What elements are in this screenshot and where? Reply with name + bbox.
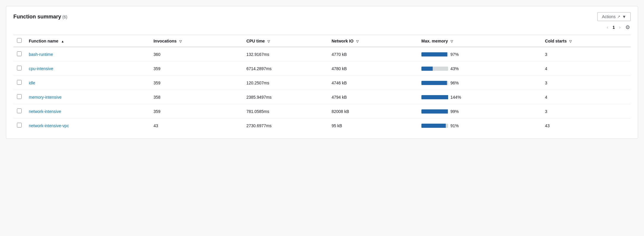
row-cpu-time: 2385.9497ms — [243, 90, 328, 104]
row-invocations: 43 — [150, 119, 243, 133]
row-checkbox[interactable] — [17, 94, 22, 99]
panel-title: Function summary (6) — [13, 14, 67, 20]
memory-bar-fill — [421, 81, 447, 85]
title-count: (6) — [62, 15, 67, 19]
sort-desc-icon-cold: ▽ — [569, 40, 572, 43]
fn-link[interactable]: idle — [29, 81, 35, 85]
row-network-io: 4794 kB — [328, 90, 418, 104]
pagination-row: ‹ 1 › ⚙ — [13, 23, 631, 31]
memory-bar-bg — [421, 67, 448, 71]
row-network-io: 4746 kB — [328, 76, 418, 90]
col-label-invocations: Invocations — [153, 39, 177, 43]
table-header-row: Function name ▲ Invocations ▽ CPU time ▽… — [13, 35, 631, 47]
select-all-checkbox[interactable] — [17, 38, 22, 43]
row-cold-starts: 4 — [541, 90, 631, 104]
table-row: idle359120.2507ms4746 kB96%3 — [13, 76, 631, 90]
row-checkbox[interactable] — [17, 123, 22, 128]
fn-link[interactable]: network-intensive — [29, 109, 61, 114]
table-row: network-intensive-vpc432730.6977ms95 kB9… — [13, 119, 631, 133]
memory-pct-label: 91% — [451, 123, 461, 128]
row-checkbox-cell — [13, 62, 25, 76]
actions-button[interactable]: Actions ↗ ▼ — [597, 12, 631, 21]
sort-desc-icon-invocations: ▽ — [179, 40, 182, 43]
row-network-io: 4770 kB — [328, 47, 418, 62]
row-fn-name: memory-intensive — [25, 90, 150, 104]
col-header-network-io[interactable]: Network IO ▽ — [328, 35, 418, 47]
actions-label: Actions — [602, 14, 616, 19]
memory-bar-fill — [421, 67, 433, 71]
row-invocations: 359 — [150, 62, 243, 76]
table-row: network-intensive359781.0585ms82008 kB99… — [13, 104, 631, 119]
table-row: memory-intensive3582385.9497ms4794 kB144… — [13, 90, 631, 104]
function-summary-panel: Function summary (6) Actions ↗ ▼ ‹ 1 › ⚙… — [6, 6, 638, 139]
fn-link[interactable]: memory-intensive — [29, 95, 61, 100]
prev-page-button[interactable]: ‹ — [605, 24, 610, 31]
sort-desc-icon-cpu: ▽ — [267, 40, 270, 43]
col-header-max-memory[interactable]: Max. memory ▽ — [418, 35, 542, 47]
memory-bar-fill — [421, 95, 448, 99]
col-header-invocations[interactable]: Invocations ▽ — [150, 35, 243, 47]
fn-link[interactable]: bash-runtime — [29, 52, 53, 57]
memory-bar-bg — [421, 95, 448, 99]
table-row: cpu-intensive3596714.2897ms4780 kB43%4 — [13, 62, 631, 76]
fn-link[interactable]: network-intensive-vpc — [29, 123, 69, 128]
row-max-memory: 43% — [418, 62, 542, 76]
memory-bar-bg — [421, 109, 448, 114]
col-header-function-name[interactable]: Function name ▲ — [25, 35, 150, 47]
row-max-memory: 99% — [418, 104, 542, 119]
row-invocations: 359 — [150, 76, 243, 90]
col-label-cold-starts: Cold starts — [545, 39, 567, 43]
col-header-cpu-time[interactable]: CPU time ▽ — [243, 35, 328, 47]
fn-link[interactable]: cpu-intensive — [29, 66, 53, 71]
row-max-memory: 144% — [418, 90, 542, 104]
row-checkbox-cell — [13, 76, 25, 90]
panel-header: Function summary (6) Actions ↗ ▼ — [13, 12, 631, 21]
col-label-network-io: Network IO — [331, 39, 353, 43]
actions-area: Actions ↗ ▼ — [597, 12, 631, 21]
row-cold-starts: 4 — [541, 62, 631, 76]
row-network-io: 82008 kB — [328, 104, 418, 119]
row-checkbox[interactable] — [17, 66, 22, 70]
row-fn-name: idle — [25, 76, 150, 90]
sort-asc-icon: ▲ — [61, 40, 64, 43]
row-fn-name: bash-runtime — [25, 47, 150, 62]
sort-desc-icon-network: ▽ — [356, 40, 359, 43]
external-link-icon: ↗ — [617, 15, 620, 19]
row-cpu-time: 132.9167ms — [243, 47, 328, 62]
memory-pct-label: 43% — [451, 66, 461, 71]
memory-pct-label: 96% — [451, 81, 461, 85]
row-invocations: 359 — [150, 104, 243, 119]
row-checkbox-cell — [13, 104, 25, 119]
row-cpu-time: 120.2507ms — [243, 76, 328, 90]
row-fn-name: network-intensive-vpc — [25, 119, 150, 133]
title-text: Function summary — [13, 14, 61, 20]
row-cold-starts: 43 — [541, 119, 631, 133]
memory-bar-bg — [421, 81, 448, 85]
row-cold-starts: 3 — [541, 76, 631, 90]
page-number: 1 — [613, 25, 615, 30]
chevron-down-icon: ▼ — [622, 14, 626, 19]
row-invocations: 358 — [150, 90, 243, 104]
row-checkbox-cell — [13, 90, 25, 104]
table-body: bash-runtime360132.9167ms4770 kB97%3cpu-… — [13, 47, 631, 133]
memory-bar-fill — [421, 109, 448, 114]
memory-bar-fill — [421, 124, 446, 128]
row-cold-starts: 3 — [541, 47, 631, 62]
table-row: bash-runtime360132.9167ms4770 kB97%3 — [13, 47, 631, 62]
row-checkbox[interactable] — [17, 80, 22, 85]
row-cold-starts: 3 — [541, 104, 631, 119]
col-header-cold-starts[interactable]: Cold starts ▽ — [541, 35, 631, 47]
col-label-cpu-time: CPU time — [246, 39, 265, 43]
function-table: Function name ▲ Invocations ▽ CPU time ▽… — [13, 35, 631, 133]
settings-button[interactable]: ⚙ — [625, 23, 631, 31]
memory-pct-label: 99% — [451, 109, 461, 114]
col-label-max-memory: Max. memory — [421, 39, 448, 43]
row-cpu-time: 781.0585ms — [243, 104, 328, 119]
select-all-header[interactable] — [13, 35, 25, 47]
row-network-io: 4780 kB — [328, 62, 418, 76]
col-label-function-name: Function name — [29, 39, 58, 43]
next-page-button[interactable]: › — [617, 24, 622, 31]
row-max-memory: 96% — [418, 76, 542, 90]
row-checkbox[interactable] — [17, 108, 22, 113]
row-checkbox[interactable] — [17, 51, 22, 56]
